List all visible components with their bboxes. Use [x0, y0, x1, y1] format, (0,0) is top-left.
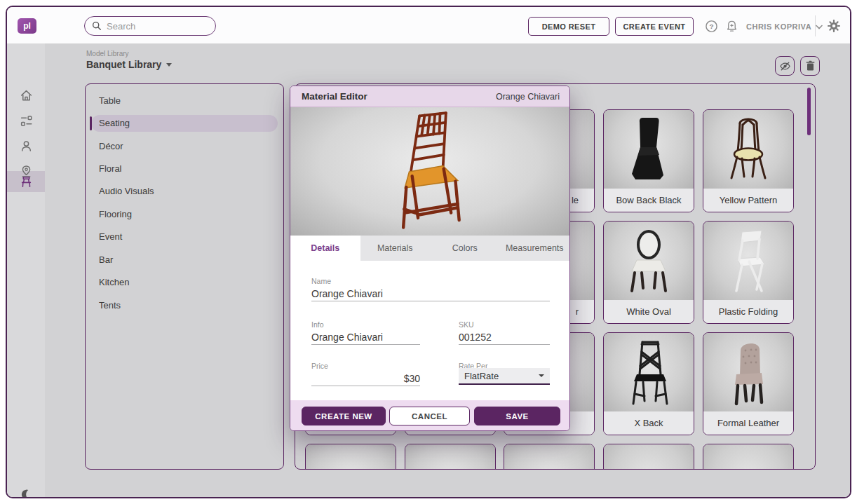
category-item-flooring[interactable]: Flooring [99, 205, 132, 222]
model-card[interactable] [305, 444, 396, 470]
model-card[interactable] [703, 444, 794, 470]
chair-icon [20, 175, 33, 189]
account-menu[interactable]: CHRIS KOPRIVA [746, 21, 823, 32]
modal-header: Material Editor Orange Chiavari [290, 86, 569, 107]
category-item-decor[interactable]: Décor [99, 137, 123, 154]
chevron-down-icon [816, 25, 823, 29]
list-toggles-icon [20, 114, 33, 128]
model-card-label: Plastic Folding [703, 300, 793, 323]
create-new-button[interactable]: CREATE NEW [302, 407, 386, 425]
model-card-label: Yellow Pattern [703, 189, 793, 212]
model-thumbnail [604, 222, 694, 301]
triangle-down-icon [166, 63, 172, 67]
chair-image-white-oval [621, 226, 676, 297]
person-icon [20, 139, 33, 153]
top-bar: pl DEMO RESET CREATE EVENT ? CHRIS KOPRI… [7, 7, 850, 43]
model-card-plastic-folding[interactable]: Plastic Folding [703, 221, 794, 324]
model-card[interactable] [603, 444, 694, 470]
model-card-label: Bow Back Black [604, 189, 694, 212]
model-thumbnail [405, 444, 495, 470]
rate-per-select[interactable]: FlatRate [459, 368, 550, 385]
hide-models-button[interactable] [775, 56, 795, 76]
model-thumbnail [703, 222, 793, 301]
model-card-bow-back-black[interactable]: Bow Back Black [603, 109, 694, 212]
settings-gear-icon[interactable] [827, 19, 841, 33]
topbar-divider [815, 15, 816, 36]
model-thumbnail [604, 110, 694, 190]
chair-image-yellow-pattern [721, 115, 776, 185]
name-field[interactable]: Orange Chiavari [311, 288, 383, 299]
library-selector[interactable]: Banquet Library [86, 59, 172, 70]
category-item-audio-visuals[interactable]: Audio Visuals [99, 182, 154, 199]
modal-footer: CREATE NEW CANCEL SAVE [290, 400, 569, 431]
notifications-bell-icon[interactable] [725, 20, 738, 33]
search-box[interactable] [84, 16, 216, 36]
material-editor-modal: Material Editor Orange Chiavari Details … [290, 86, 570, 431]
name-field-underline [311, 301, 550, 301]
price-field-underline [311, 386, 420, 386]
modal-tabs: Details Materials Colors Measurements [290, 236, 569, 261]
triangle-down-icon [539, 374, 544, 377]
model-card-white-oval[interactable]: White Oval [603, 221, 694, 324]
sku-field-label: SKU [459, 320, 474, 329]
chair-image-x-back [621, 338, 676, 408]
model-library-label: Model Library [86, 50, 129, 57]
user-name-label: CHRIS KOPRIVA [746, 22, 811, 31]
app-window: pl DEMO RESET CREATE EVENT ? CHRIS KOPRI… [6, 6, 851, 498]
model-card-label: Formal Leather [703, 411, 793, 435]
category-item-floral[interactable]: Floral [99, 160, 122, 177]
model-card-x-back[interactable]: X Back [603, 332, 694, 435]
sidebar-item-contacts[interactable] [7, 135, 45, 156]
category-selected-accent-bar [90, 116, 92, 130]
sku-field-underline [459, 344, 550, 345]
model-thumbnail [604, 444, 694, 470]
category-item-table[interactable]: Table [99, 92, 121, 109]
model-card[interactable] [504, 444, 595, 470]
chair-image-orange-chiavari [380, 110, 485, 235]
model-card-yellow-pattern[interactable]: Yellow Pattern [703, 109, 794, 212]
price-field[interactable]: $30 [311, 373, 420, 384]
tab-colors[interactable]: Colors [430, 236, 500, 261]
sidebar-item-home[interactable] [7, 85, 45, 106]
sidebar-item-events[interactable] [7, 110, 45, 131]
tab-details[interactable]: Details [290, 236, 360, 261]
search-input[interactable] [107, 21, 205, 32]
model-3d-preview[interactable] [290, 107, 569, 236]
price-field-label: Price [311, 362, 328, 370]
category-item-seating[interactable]: Seating [99, 114, 130, 131]
dark-mode-toggle[interactable] [7, 484, 45, 498]
modal-title: Material Editor [302, 91, 367, 102]
chair-image-bow-back-black [621, 115, 676, 185]
model-card-formal-leather[interactable]: Formal Leather [703, 332, 794, 435]
library-selected-value: Banquet Library [86, 59, 161, 70]
svg-text:?: ? [709, 22, 713, 30]
tab-materials[interactable]: Materials [360, 236, 431, 261]
model-card[interactable] [405, 444, 496, 470]
save-button[interactable]: SAVE [474, 407, 560, 425]
info-field-underline [311, 344, 420, 345]
chair-image-formal-leather [721, 338, 776, 408]
moon-icon [20, 489, 32, 499]
category-item-tents[interactable]: Tents [99, 297, 121, 313]
rate-per-selected-value: FlatRate [464, 371, 499, 381]
modal-subtitle: Orange Chiavari [496, 92, 560, 102]
info-field[interactable]: Orange Chiavari [311, 332, 383, 343]
model-thumbnail [703, 110, 793, 190]
chair-image-plastic-folding [721, 226, 776, 297]
sku-field[interactable]: 001252 [459, 332, 492, 343]
delete-button[interactable] [800, 56, 820, 76]
category-item-bar[interactable]: Bar [99, 251, 113, 268]
model-card-label: X Back [604, 411, 694, 435]
cancel-button[interactable]: CANCEL [389, 407, 470, 425]
demo-reset-button[interactable]: DEMO RESET [528, 17, 609, 36]
search-icon [92, 21, 102, 31]
help-icon[interactable]: ? [705, 20, 718, 33]
grid-scrollbar-thumb[interactable] [807, 88, 811, 135]
create-event-button[interactable]: CREATE EVENT [615, 17, 694, 36]
category-item-event[interactable]: Event [99, 228, 122, 245]
sidebar-item-model-library[interactable] [7, 171, 45, 192]
tab-measurements[interactable]: Measurements [500, 236, 570, 261]
app-logo[interactable]: pl [18, 18, 36, 34]
model-thumbnail [604, 333, 694, 413]
category-item-kitchen[interactable]: Kitchen [99, 273, 129, 290]
